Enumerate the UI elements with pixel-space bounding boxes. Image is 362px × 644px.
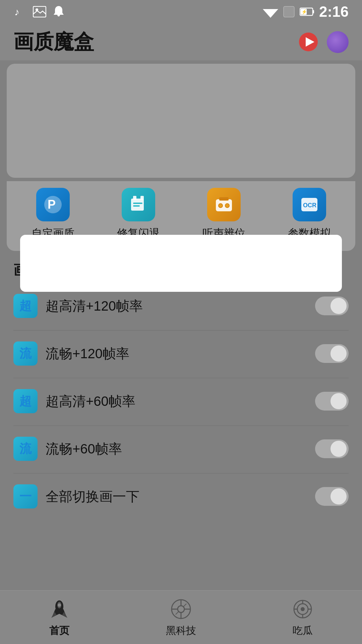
svg-point-21 xyxy=(225,204,229,208)
toggle-ultra-120[interactable] xyxy=(315,297,349,315)
setting-label-smooth-120: 流畅+120帧率 xyxy=(46,344,315,363)
rocket-icon xyxy=(47,597,71,621)
nav-black-tech[interactable]: 黑科技 xyxy=(166,597,196,638)
overlay-box xyxy=(20,235,342,292)
app-title: 画质魔盒 xyxy=(13,29,94,56)
table-row: 流 流畅+60帧率 xyxy=(7,426,355,472)
svg-rect-19 xyxy=(219,197,229,201)
nav-eat-melon[interactable]: 吃瓜 xyxy=(291,597,315,638)
svg-marker-3 xyxy=(263,9,278,18)
toggle-all[interactable] xyxy=(315,487,349,506)
toggle-ultra-60[interactable] xyxy=(315,392,349,411)
action-audio-locate[interactable]: 听声辨位 xyxy=(202,188,245,241)
badge-smooth-60: 流 xyxy=(13,437,38,461)
bottom-nav: 首页 黑科技 xyxy=(0,590,362,644)
badge-ultra-60: 超 xyxy=(13,389,38,413)
svg-line-36 xyxy=(183,604,186,607)
badge-ultra-120: 超 xyxy=(13,294,38,318)
nav-home[interactable]: 首页 xyxy=(47,597,71,638)
black-tech-icon xyxy=(169,597,193,621)
svg-rect-17 xyxy=(133,205,140,207)
svg-point-27 xyxy=(58,603,61,607)
status-time: 2:16 xyxy=(319,3,349,20)
nav-eat-melon-label: 吃瓜 xyxy=(293,624,313,638)
svg-rect-13 xyxy=(131,199,144,211)
toggle-smooth-60[interactable] xyxy=(315,439,349,458)
setting-label-ultra-120: 超高清+120帧率 xyxy=(46,297,315,315)
header-icons xyxy=(297,30,349,54)
badge-smooth-120: 流 xyxy=(13,341,38,366)
svg-rect-15 xyxy=(140,196,144,200)
svg-point-40 xyxy=(301,607,305,611)
settings-list: 超 超高清+120帧率 流 流畅+120帧率 超 超高清+60帧率 流 流畅+6… xyxy=(0,283,362,519)
nav-home-label: 首页 xyxy=(49,624,69,638)
setting-label-all: 全部切换画一下 xyxy=(46,487,315,506)
battery-icon: ⚡ xyxy=(300,7,314,17)
toggle-smooth-120[interactable] xyxy=(315,344,349,363)
status-bar-right: ⚡ 2:16 xyxy=(263,3,349,20)
custom-quality-icon: P xyxy=(36,188,70,221)
setting-label-smooth-60: 流畅+60帧率 xyxy=(46,440,315,458)
setting-label-ultra-60: 超高清+60帧率 xyxy=(46,392,315,411)
svg-text:⚡: ⚡ xyxy=(301,9,307,15)
action-fix-crash[interactable]: 修复闪退 xyxy=(117,188,160,241)
table-row: 超 超高清+60帧率 xyxy=(7,378,355,424)
action-param-sim[interactable]: OCR 参数模拟 xyxy=(288,188,331,241)
action-custom-quality[interactable]: P 自定画质 xyxy=(32,188,74,241)
svg-rect-6 xyxy=(313,10,314,13)
wifi-icon xyxy=(263,6,278,18)
status-bar: ♪ ⚡ 2:16 xyxy=(0,0,362,23)
svg-line-37 xyxy=(176,611,179,614)
svg-rect-16 xyxy=(133,203,142,204)
status-bar-left: ♪ xyxy=(13,5,64,18)
param-sim-icon: OCR xyxy=(293,188,326,221)
badge-all: 一 xyxy=(13,484,38,508)
svg-text:P: P xyxy=(48,198,56,211)
tiktok-icon: ♪ xyxy=(13,5,26,18)
svg-text:OCR: OCR xyxy=(303,202,316,209)
fix-crash-icon xyxy=(122,188,155,221)
sim-icon xyxy=(283,6,295,18)
eat-melon-icon xyxy=(291,597,315,621)
audio-locate-icon xyxy=(207,188,241,221)
svg-rect-14 xyxy=(133,196,136,200)
svg-rect-4 xyxy=(284,6,294,17)
app-header: 画质魔盒 xyxy=(0,23,362,60)
gallery-icon xyxy=(33,6,46,17)
play-button[interactable] xyxy=(297,30,320,54)
avatar[interactable] xyxy=(327,31,349,53)
bell-icon xyxy=(53,5,64,18)
svg-point-20 xyxy=(219,204,223,208)
table-row: 流 流畅+120帧率 xyxy=(7,331,355,376)
nav-black-tech-label: 黑科技 xyxy=(166,624,196,638)
table-row: 一 全部切换画一下 xyxy=(7,474,355,519)
banner-area xyxy=(7,64,355,178)
svg-rect-1 xyxy=(33,6,46,17)
svg-text:♪: ♪ xyxy=(14,6,19,17)
